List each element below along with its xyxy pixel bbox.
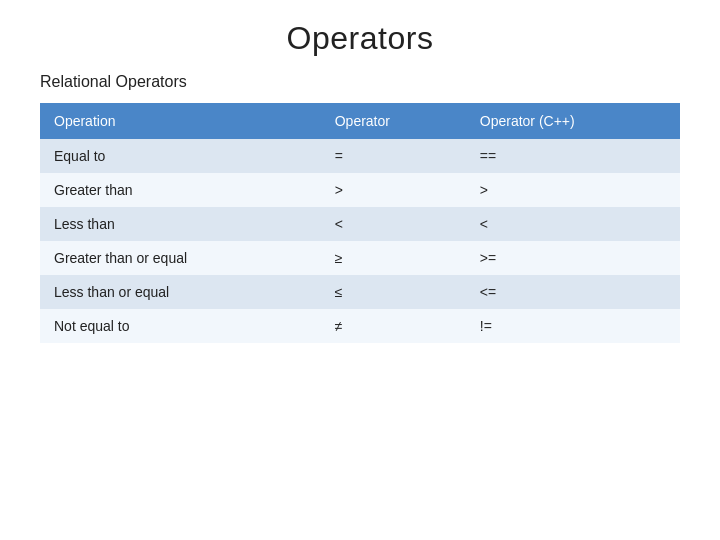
page-container: Operators Relational Operators Operation… bbox=[0, 0, 720, 540]
table-wrapper: Operation Operator Operator (C++) Equal … bbox=[40, 103, 680, 343]
relational-operators-table: Operation Operator Operator (C++) Equal … bbox=[40, 103, 680, 343]
table-row: Less than or equal≤<= bbox=[40, 275, 680, 309]
cell-operation: Not equal to bbox=[40, 309, 321, 343]
cell-operation: Greater than or equal bbox=[40, 241, 321, 275]
cell-cpp: != bbox=[466, 309, 680, 343]
cell-operator: ≤ bbox=[321, 275, 466, 309]
cell-cpp: < bbox=[466, 207, 680, 241]
col-header-cpp: Operator (C++) bbox=[466, 103, 680, 139]
cell-cpp: > bbox=[466, 173, 680, 207]
table-row: Not equal to≠!= bbox=[40, 309, 680, 343]
col-header-operation: Operation bbox=[40, 103, 321, 139]
table-header-row: Operation Operator Operator (C++) bbox=[40, 103, 680, 139]
table-row: Greater than>> bbox=[40, 173, 680, 207]
cell-operation: Equal to bbox=[40, 139, 321, 173]
col-header-operator: Operator bbox=[321, 103, 466, 139]
cell-cpp: >= bbox=[466, 241, 680, 275]
table-body: Equal to===Greater than>>Less than<<Grea… bbox=[40, 139, 680, 343]
cell-operator: ≥ bbox=[321, 241, 466, 275]
cell-operation: Less than or equal bbox=[40, 275, 321, 309]
cell-cpp: == bbox=[466, 139, 680, 173]
cell-operation: Greater than bbox=[40, 173, 321, 207]
cell-operation: Less than bbox=[40, 207, 321, 241]
cell-cpp: <= bbox=[466, 275, 680, 309]
main-title: Operators bbox=[40, 20, 680, 57]
cell-operator: = bbox=[321, 139, 466, 173]
cell-operator: < bbox=[321, 207, 466, 241]
table-row: Greater than or equal≥>= bbox=[40, 241, 680, 275]
cell-operator: > bbox=[321, 173, 466, 207]
cell-operator: ≠ bbox=[321, 309, 466, 343]
table-row: Equal to=== bbox=[40, 139, 680, 173]
table-row: Less than<< bbox=[40, 207, 680, 241]
section-title: Relational Operators bbox=[40, 73, 680, 91]
